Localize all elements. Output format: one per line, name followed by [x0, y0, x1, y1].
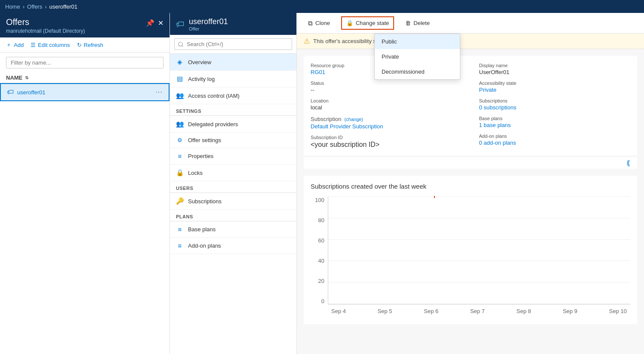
left-panel: Offers manrutehotmail (Default Directory…	[0, 13, 170, 354]
breadcrumb-current: useroffer01	[49, 3, 78, 10]
users-section-label: USERS	[170, 181, 296, 193]
subscription-item: Subscription (change) Default Provider S…	[311, 116, 462, 130]
addon-plans-count-value[interactable]: 0 add-on plans	[479, 140, 631, 146]
left-panel-header-actions: 📌 ✕	[146, 19, 163, 27]
mid-panel-header: 🏷 useroffer01 Offer	[170, 13, 296, 35]
subscription-label: Subscription (change)	[311, 116, 462, 122]
accessibility-item: Accessibility state Private	[479, 81, 631, 93]
breadcrumb-home[interactable]: Home	[5, 3, 20, 10]
list-item-left: 🏷 useroffer01	[7, 88, 46, 96]
filter-input[interactable]	[6, 57, 163, 68]
data-point	[434, 196, 435, 198]
nav-item-access-control[interactable]: 👥 Access control (IAM)	[170, 87, 296, 104]
mid-panel-offer-icon: 🏷	[176, 19, 185, 29]
nav-item-addon-plans[interactable]: ≡ Add-on plans	[170, 238, 296, 254]
main-layout: Offers manrutehotmail (Default Directory…	[0, 13, 644, 354]
offer-settings-label: Offer settings	[188, 137, 221, 143]
close-icon[interactable]: ✕	[158, 19, 163, 27]
right-panel: ⧉ Clone 🔒 Change state 🗑 Delete Public P…	[297, 13, 644, 354]
breadcrumb-sep-1: ›	[23, 3, 25, 10]
x-label-sep4: Sep 4	[331, 308, 346, 314]
addon-plans-label: Add-on plans	[188, 242, 221, 249]
base-plans-count-item: Base plans 1 base plans	[479, 116, 631, 128]
nav-item-base-plans[interactable]: ≡ Base plans	[170, 221, 296, 238]
x-label-sep8: Sep 8	[517, 308, 531, 314]
details-grid: Resource group RG01 Status -- Location l…	[311, 63, 630, 149]
x-label-sep6: Sep 6	[424, 308, 438, 314]
collapse-icon[interactable]: ⟪	[626, 159, 630, 167]
x-label-sep5: Sep 5	[378, 308, 392, 314]
clone-button[interactable]: ⧉ Clone	[304, 17, 334, 30]
base-plans-icon: ≡	[176, 226, 184, 233]
y-label-100: 100	[315, 197, 324, 203]
nav-item-activity-log[interactable]: ▤ Activity log	[170, 71, 296, 87]
subscriptions-icon: 🔑	[176, 197, 184, 205]
nav-item-overview[interactable]: ◈ Overview	[170, 54, 296, 71]
edit-columns-button[interactable]: ☰ Edit columns	[31, 42, 70, 48]
subscription-id-value: <your subscription ID>	[311, 141, 462, 149]
subscriptions-label: Subscriptions	[188, 198, 222, 205]
chart-section: Subscriptions created over the last week…	[304, 176, 637, 324]
nav-item-offer-settings[interactable]: ⚙ Offer settings	[170, 133, 296, 148]
delete-label: Delete	[413, 20, 430, 26]
add-label: Add	[14, 42, 24, 48]
right-content: Resource group RG01 Status -- Location l…	[297, 49, 644, 354]
left-panel-title: Offers	[6, 17, 85, 27]
addon-plans-count-label: Add-on plans	[479, 134, 631, 139]
dropdown-item-public[interactable]: Public	[375, 34, 460, 49]
change-state-dropdown: Public Private Decommissioned	[374, 34, 460, 80]
search-input[interactable]	[174, 38, 292, 50]
clone-icon: ⧉	[308, 19, 313, 27]
y-label-40: 40	[318, 258, 324, 264]
dropdown-item-private[interactable]: Private	[375, 49, 460, 64]
delegated-providers-icon: 👥	[176, 120, 184, 128]
sort-icon[interactable]: ⇅	[25, 75, 28, 80]
status-label: Status	[311, 81, 462, 86]
pin-icon[interactable]: 📌	[146, 19, 154, 27]
subscription-value[interactable]: Default Provider Subscription	[311, 123, 462, 130]
more-options-icon[interactable]: ···	[156, 88, 163, 96]
change-state-button[interactable]: 🔒 Change state	[341, 16, 394, 30]
right-toolbar: ⧉ Clone 🔒 Change state 🗑 Delete	[297, 13, 644, 34]
chart-y-axis: 100 80 60 40 20 0	[311, 197, 328, 304]
gridline-0	[328, 304, 630, 304]
subscriptions-count-value[interactable]: 0 subscriptions	[479, 104, 631, 111]
add-button[interactable]: ＋ Add	[6, 41, 24, 49]
overview-icon: ◈	[176, 58, 184, 66]
nav-item-delegated-providers[interactable]: 👥 Delegated providers	[170, 116, 296, 133]
subscription-change[interactable]: (change)	[345, 117, 363, 122]
accessibility-label: Accessibility state	[479, 81, 631, 86]
subscriptions-count-item: Subscriptions 0 subscriptions	[479, 98, 631, 111]
plans-section-label: PLANS	[170, 210, 296, 221]
clone-label: Clone	[315, 20, 330, 26]
gridline-80	[328, 218, 630, 218]
nav-item-properties[interactable]: ≡ Properties	[170, 148, 296, 165]
list-item[interactable]: 🏷 useroffer01 ···	[0, 83, 169, 101]
gridline-60	[328, 239, 630, 240]
addon-plans-count-item: Add-on plans 0 add-on plans	[479, 134, 631, 146]
x-label-sep10: Sep 10	[609, 308, 627, 314]
refresh-label: Refresh	[84, 42, 104, 48]
nav-item-locks[interactable]: 🔒 Locks	[170, 165, 296, 181]
nav-item-subscriptions[interactable]: 🔑 Subscriptions	[170, 193, 296, 210]
add-icon: ＋	[6, 41, 12, 49]
gridline-100	[328, 196, 630, 197]
refresh-button[interactable]: ↻ Refresh	[77, 42, 104, 48]
delete-icon: 🗑	[405, 20, 411, 26]
accessibility-value[interactable]: Private	[479, 87, 631, 93]
dropdown-item-decommissioned[interactable]: Decommissioned	[375, 64, 460, 79]
detail-right: Display name UserOffer01 Accessibility s…	[479, 63, 631, 149]
subscription-id-item: Subscription ID <your subscription ID>	[311, 135, 462, 149]
mid-panel: 🏷 useroffer01 Offer ◈ Overview ▤ Activit…	[170, 13, 297, 354]
gridline-20	[328, 282, 630, 283]
access-control-icon: 👥	[176, 92, 184, 99]
left-panel-header: Offers manrutehotmail (Default Directory…	[0, 13, 169, 37]
base-plans-count-value[interactable]: 1 base plans	[479, 122, 631, 128]
location-value: local	[311, 104, 462, 111]
breadcrumb-offers[interactable]: Offers	[27, 3, 42, 10]
subscription-id-label: Subscription ID	[311, 135, 462, 140]
change-state-label: Change state	[356, 20, 389, 26]
delete-button[interactable]: 🗑 Delete	[401, 17, 434, 29]
decommissioned-label: Decommissioned	[382, 68, 425, 75]
offer-icon: 🏷	[7, 88, 14, 96]
